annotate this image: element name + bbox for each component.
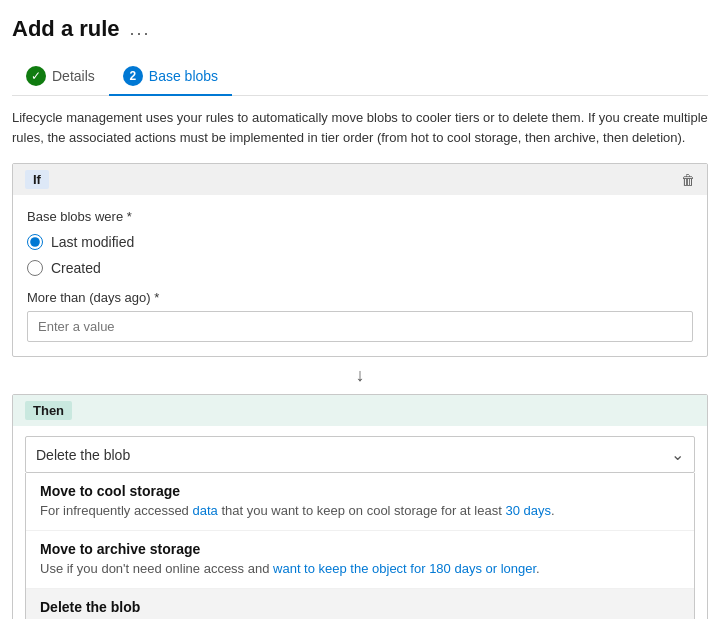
- delete-if-section-icon[interactable]: 🗑: [681, 172, 695, 188]
- days-ago-input[interactable]: [27, 311, 693, 342]
- move-archive-highlight-1: want to keep the object for 180 days or …: [273, 561, 536, 576]
- tab-bar: ✓ Details 2 Base blobs: [12, 58, 708, 96]
- if-section-body: Base blobs were * Last modified Created …: [13, 195, 707, 356]
- details-check-icon: ✓: [26, 66, 46, 86]
- blob-filter-radio-group: Last modified Created: [27, 234, 693, 276]
- action-select-box[interactable]: Delete the blob ⌄: [25, 436, 695, 473]
- move-cool-title: Move to cool storage: [40, 483, 680, 499]
- move-cool-highlight-2: 30 days: [505, 503, 551, 518]
- radio-last-modified[interactable]: Last modified: [27, 234, 693, 250]
- then-label: Then: [25, 401, 72, 420]
- radio-created[interactable]: Created: [27, 260, 693, 276]
- arrow-connector: ↓: [12, 357, 708, 394]
- action-dropdown-menu: Move to cool storage For infrequently ac…: [25, 473, 695, 619]
- tab-base-blobs[interactable]: 2 Base blobs: [109, 58, 232, 96]
- ellipsis-menu-icon[interactable]: ...: [130, 19, 151, 40]
- page-header: Add a rule ...: [12, 16, 708, 42]
- down-arrow-icon: ↓: [356, 365, 365, 386]
- action-selected-value: Delete the blob: [36, 447, 130, 463]
- radio-last-modified-input[interactable]: [27, 234, 43, 250]
- select-chevron-icon: ⌄: [671, 445, 684, 464]
- days-ago-label: More than (days ago) *: [27, 290, 693, 305]
- move-cool-desc: For infrequently accessed data that you …: [40, 502, 680, 520]
- then-section: Then Delete the blob ⌄ Move to cool stor…: [12, 394, 708, 619]
- radio-created-input[interactable]: [27, 260, 43, 276]
- move-cool-highlight-1: data: [192, 503, 217, 518]
- move-archive-desc: Use if you don't need online access and …: [40, 560, 680, 578]
- tab-base-blobs-label: Base blobs: [149, 68, 218, 84]
- tab-details-label: Details: [52, 68, 95, 84]
- move-archive-title: Move to archive storage: [40, 541, 680, 557]
- if-section-header: If 🗑: [13, 164, 707, 195]
- base-blobs-badge: 2: [123, 66, 143, 86]
- tab-details[interactable]: ✓ Details: [12, 58, 109, 96]
- radio-last-modified-label: Last modified: [51, 234, 134, 250]
- dropdown-item-delete-blob[interactable]: Delete the blob Deletes the object per t…: [26, 589, 694, 619]
- radio-created-label: Created: [51, 260, 101, 276]
- delete-blob-title: Delete the blob: [40, 599, 680, 615]
- then-section-body: Delete the blob ⌄ Move to cool storage F…: [13, 426, 707, 619]
- page-title: Add a rule: [12, 16, 120, 42]
- base-blobs-were-label: Base blobs were *: [27, 209, 693, 224]
- if-section: If 🗑 Base blobs were * Last modified Cre…: [12, 163, 708, 357]
- description-text: Lifecycle management uses your rules to …: [12, 108, 708, 147]
- dropdown-item-move-cool[interactable]: Move to cool storage For infrequently ac…: [26, 473, 694, 531]
- if-label: If: [25, 170, 49, 189]
- then-section-header: Then: [13, 395, 707, 426]
- dropdown-item-move-archive[interactable]: Move to archive storage Use if you don't…: [26, 531, 694, 589]
